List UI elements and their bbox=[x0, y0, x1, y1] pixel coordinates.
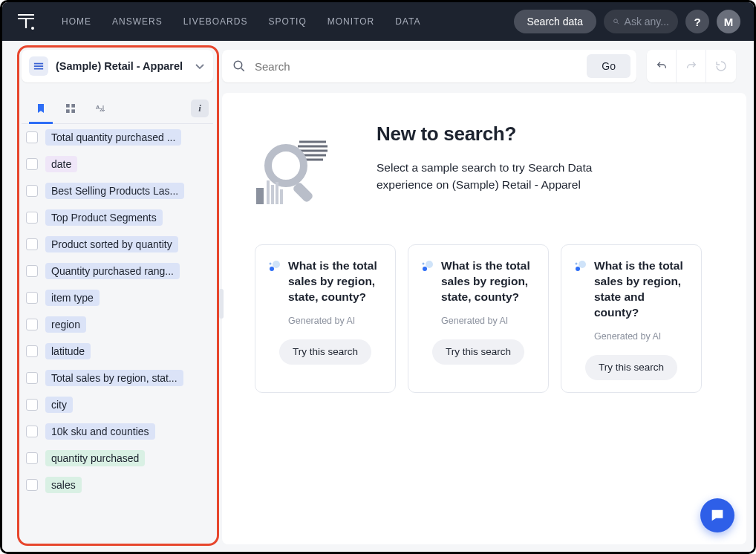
column-label: city bbox=[45, 397, 73, 413]
nav-liveboards[interactable]: LIVEBOARDS bbox=[183, 16, 248, 27]
redo-icon bbox=[685, 60, 697, 72]
tab-bookmark[interactable] bbox=[26, 94, 56, 123]
hero-illustration bbox=[255, 130, 344, 212]
column-label: Quantity purchased rang... bbox=[45, 263, 180, 279]
info-button[interactable]: i bbox=[191, 100, 209, 117]
column-label: 10k sku and counties bbox=[45, 423, 155, 440]
column-item[interactable]: Total sales by region, stat... bbox=[22, 365, 210, 391]
checkbox[interactable] bbox=[26, 319, 38, 330]
tab-sort-az[interactable]: AZ bbox=[85, 94, 115, 123]
undo-button[interactable] bbox=[647, 50, 677, 82]
suggestion-card: What is the total sales by region, state… bbox=[408, 244, 549, 393]
checkbox[interactable] bbox=[26, 479, 38, 491]
column-label: Top Product Segments bbox=[45, 209, 163, 226]
column-item[interactable]: Total quantity purchased ... bbox=[22, 124, 210, 151]
search-box[interactable]: Go bbox=[222, 50, 636, 82]
datasource-selector[interactable]: (Sample) Retail - Apparel bbox=[22, 50, 213, 82]
checkbox[interactable] bbox=[26, 372, 38, 384]
avatar[interactable]: M bbox=[717, 10, 740, 33]
try-search-button[interactable]: Try this search bbox=[585, 355, 677, 380]
checkbox[interactable] bbox=[26, 292, 38, 304]
svg-point-34 bbox=[423, 267, 427, 271]
nav-data[interactable]: DATA bbox=[395, 16, 420, 27]
chevron-down-icon bbox=[195, 59, 206, 73]
column-item[interactable]: latitude bbox=[22, 338, 210, 365]
svg-point-4 bbox=[614, 19, 618, 23]
chat-fab[interactable] bbox=[700, 498, 734, 532]
svg-rect-29 bbox=[280, 189, 283, 204]
svg-point-23 bbox=[268, 148, 304, 183]
ai-icon bbox=[573, 260, 587, 273]
redo-button[interactable] bbox=[677, 50, 706, 82]
checkbox[interactable] bbox=[26, 426, 38, 437]
svg-point-31 bbox=[270, 267, 274, 271]
column-label: Total quantity purchased ... bbox=[45, 129, 181, 146]
nav-links: HOME ANSWERS LIVEBOARDS SPOTIQ MONITOR D… bbox=[62, 16, 420, 27]
column-item[interactable]: 10k sku and counties bbox=[22, 418, 210, 445]
checkbox[interactable] bbox=[26, 185, 38, 197]
panel-resize-handle[interactable] bbox=[219, 289, 224, 319]
search-icon bbox=[232, 59, 246, 73]
svg-point-37 bbox=[576, 267, 580, 271]
column-item[interactable]: Best Selling Products Las... bbox=[22, 177, 210, 204]
checkbox[interactable] bbox=[26, 238, 38, 250]
svg-point-38 bbox=[576, 263, 578, 265]
checkbox[interactable] bbox=[26, 345, 38, 357]
action-toolbar bbox=[647, 50, 736, 82]
ai-icon bbox=[420, 260, 434, 273]
checkbox[interactable] bbox=[26, 131, 38, 143]
column-panel-tabs: AZ i bbox=[22, 93, 213, 124]
go-button[interactable]: Go bbox=[587, 54, 630, 78]
column-item[interactable]: quantity purchased bbox=[22, 445, 210, 472]
nav-spotiq[interactable]: SPOTIQ bbox=[268, 16, 306, 27]
svg-rect-13 bbox=[66, 109, 70, 113]
column-item[interactable]: date bbox=[22, 151, 210, 177]
tab-grid[interactable] bbox=[56, 94, 85, 123]
suggestion-card: What is the total sales by region, state… bbox=[561, 244, 702, 393]
checkbox[interactable] bbox=[26, 158, 38, 170]
sort-az-icon: AZ bbox=[94, 102, 106, 114]
column-item[interactable]: sales bbox=[22, 472, 210, 498]
hero-title: New to search? bbox=[377, 123, 629, 146]
checkbox[interactable] bbox=[26, 452, 38, 464]
svg-rect-26 bbox=[267, 180, 270, 204]
svg-point-36 bbox=[579, 261, 586, 268]
nav-answers[interactable]: ANSWERS bbox=[112, 16, 163, 27]
column-label: Product sorted by quantity bbox=[45, 236, 178, 252]
ask-placeholder: Ask any... bbox=[625, 16, 669, 27]
logo-icon[interactable] bbox=[16, 11, 36, 32]
svg-point-33 bbox=[426, 261, 433, 268]
ask-anything-input[interactable]: Ask any... bbox=[604, 10, 678, 33]
column-item[interactable]: Product sorted by quantity bbox=[22, 231, 210, 258]
search-data-button[interactable]: Search data bbox=[514, 10, 597, 33]
suggestion-card: What is the total sales by region, state… bbox=[255, 244, 396, 393]
checkbox[interactable] bbox=[26, 265, 38, 277]
grid-icon bbox=[65, 102, 76, 114]
checkbox[interactable] bbox=[26, 212, 38, 224]
search-input[interactable] bbox=[255, 60, 581, 73]
svg-point-32 bbox=[270, 263, 272, 265]
column-item[interactable]: city bbox=[22, 391, 210, 418]
reset-button[interactable] bbox=[706, 50, 736, 82]
nav-monitor[interactable]: MONITOR bbox=[328, 16, 374, 27]
top-nav: HOME ANSWERS LIVEBOARDS SPOTIQ MONITOR D… bbox=[2, 2, 754, 41]
card-generated-label: Generated by AI bbox=[594, 331, 689, 342]
svg-rect-12 bbox=[71, 104, 75, 108]
svg-point-30 bbox=[273, 261, 280, 268]
column-item[interactable]: region bbox=[22, 311, 210, 338]
column-label: latitude bbox=[45, 343, 91, 359]
try-search-button[interactable]: Try this search bbox=[279, 339, 371, 365]
column-item[interactable]: item type bbox=[22, 284, 210, 311]
column-list[interactable]: Total quantity purchased ...dateBest Sel… bbox=[22, 124, 213, 538]
column-label: quantity purchased bbox=[45, 450, 145, 466]
try-search-button[interactable]: Try this search bbox=[432, 339, 524, 365]
column-item[interactable]: Top Product Segments bbox=[22, 204, 210, 231]
checkbox[interactable] bbox=[26, 399, 38, 411]
nav-home[interactable]: HOME bbox=[62, 16, 91, 27]
column-label: item type bbox=[45, 290, 100, 306]
bookmark-icon bbox=[35, 102, 47, 114]
suggestion-cards: What is the total sales by region, state… bbox=[255, 244, 724, 393]
column-item[interactable]: Quantity purchased rang... bbox=[22, 258, 210, 284]
help-button[interactable]: ? bbox=[685, 10, 709, 33]
column-label: sales bbox=[45, 477, 82, 493]
